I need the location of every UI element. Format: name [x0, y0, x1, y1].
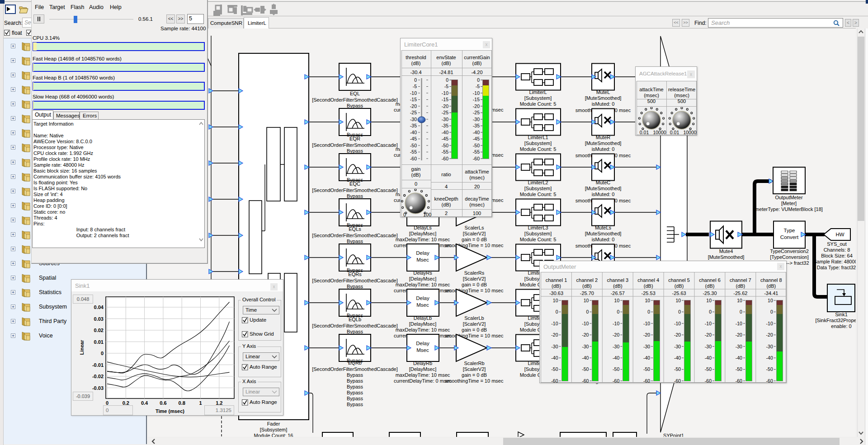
svg-text:0.4: 0.4	[141, 400, 148, 406]
svg-text:smoothingTime = 10 msec: smoothingTime = 10 msec	[445, 378, 504, 384]
svg-text:[SecondOrderFilterSmoothedCasc: [SecondOrderFilterSmoothedCascade]	[312, 366, 398, 372]
svg-text:[Subsystem]: [Subsystem]	[524, 95, 552, 101]
svg-text:-55: -55	[442, 149, 448, 155]
svg-text:Delay: Delay	[416, 341, 429, 346]
svg-text:Mute4: Mute4	[719, 248, 733, 254]
svg-text:0: 0	[477, 77, 480, 83]
svg-text:(dB): (dB)	[705, 283, 715, 289]
svg-text:-25: -25	[410, 110, 417, 115]
svg-text:channel 2: channel 2	[576, 277, 598, 283]
svg-text:[DelayMsec]: [DelayMsec]	[409, 366, 437, 372]
svg-text:[TypeConversion]: [TypeConversion]	[770, 254, 809, 260]
svg-text:-45: -45	[442, 136, 448, 141]
svg-text:[ScalerV2]: [ScalerV2]	[463, 321, 486, 327]
svg-text:gain = 0 dB: gain = 0 dB	[462, 282, 487, 287]
svg-text:-50: -50	[766, 366, 773, 372]
svg-text:maxDelayTime: 10 msec: maxDelayTime: 10 msec	[396, 282, 450, 287]
svg-text:EQR: EQR	[349, 136, 360, 141]
svg-text:Bypass: Bypass	[347, 284, 363, 289]
svg-text:TypeConversion2: TypeConversion2	[770, 248, 809, 254]
svg-text:-60: -60	[551, 378, 558, 384]
svg-text:channel 1: channel 1	[546, 277, 567, 283]
svg-text:EQRb: EQRb	[348, 360, 362, 365]
svg-text:Bypass: Bypass	[347, 239, 363, 244]
svg-text:maxDelayTime: 10 msec: maxDelayTime: 10 msec	[396, 327, 450, 333]
svg-text:gain = 0 dB: gain = 0 dB	[462, 237, 487, 242]
svg-text:0: 0	[446, 77, 448, 83]
svg-text:(dB): (dB)	[736, 283, 745, 289]
svg-text:-40: -40	[473, 130, 480, 135]
svg-text:channel 4: channel 4	[637, 277, 659, 283]
svg-text:Delay: Delay	[416, 295, 429, 301]
svg-text:Msec: Msec	[416, 257, 429, 262]
svg-text:0: 0	[740, 309, 742, 314]
svg-text:-50: -50	[736, 366, 742, 372]
svg-text:EQL: EQL	[350, 91, 360, 96]
svg-text:-60: -60	[473, 156, 480, 161]
svg-text:[ScalerV2]: [ScalerV2]	[463, 366, 486, 372]
svg-text:-60: -60	[582, 378, 589, 384]
svg-text:Module Count: 5: Module Count: 5	[520, 101, 557, 107]
svg-text:-30.63: -30.63	[549, 290, 563, 296]
svg-text:-20: -20	[766, 332, 773, 337]
svg-text:Fader: Fader	[267, 421, 280, 426]
svg-text:-40: -40	[736, 355, 742, 361]
svg-text:[MuteSmoothed]: [MuteSmoothed]	[585, 186, 622, 191]
svg-text:smoothingTime = 10 msec: smoothingTime = 10 msec	[445, 288, 504, 293]
svg-text:-30: -30	[551, 344, 558, 349]
svg-text:-5: -5	[413, 84, 417, 89]
svg-text:[DelayMsec]: [DelayMsec]	[409, 231, 437, 236]
svg-text:0: 0	[586, 309, 589, 314]
svg-text:Delay: Delay	[416, 250, 429, 256]
svg-text:ScalerLb: ScalerLb	[464, 315, 484, 321]
svg-text:-40: -40	[643, 355, 650, 361]
svg-text:-35: -35	[410, 123, 417, 128]
svg-text:[Meter]: [Meter]	[781, 201, 797, 206]
svg-text:Sample Rate: 48000: Sample Rate: 48000	[814, 259, 856, 264]
svg-text:Msec: Msec	[416, 347, 429, 353]
svg-text:-30: -30	[643, 344, 650, 349]
svg-text:(dB): (dB)	[675, 283, 684, 289]
svg-text:-25.62: -25.62	[733, 290, 747, 296]
svg-text:10: 10	[675, 298, 681, 303]
svg-text:EQLs: EQLs	[349, 226, 361, 232]
svg-text:OutputMeter: OutputMeter	[775, 195, 802, 200]
svg-text:-30: -30	[766, 344, 773, 349]
svg-text:Module Count: 5: Module Count: 5	[520, 146, 557, 152]
svg-text:-20: -20	[736, 332, 742, 337]
svg-text:-60: -60	[766, 378, 773, 384]
svg-text:[ScalerV2]: [ScalerV2]	[463, 231, 486, 236]
svg-text:0.2: 0.2	[123, 400, 129, 406]
svg-text:Module Count: 16: Module Count: 16	[254, 433, 293, 437]
svg-text:0: 0	[101, 351, 104, 356]
svg-text:-5: -5	[444, 84, 448, 89]
svg-text:-30: -30	[410, 117, 417, 122]
svg-text:-50: -50	[674, 366, 681, 372]
svg-text:-30: -30	[442, 117, 448, 122]
svg-text:-34.41: -34.41	[764, 290, 778, 296]
svg-text:0.01: 0.01	[94, 339, 104, 345]
svg-text:-25: -25	[473, 110, 480, 115]
svg-text:[Subsystem]: [Subsystem]	[524, 231, 552, 236]
svg-text:meterType: VUMeterBlock [18]: meterType: VUMeterBlock [18]	[755, 206, 823, 212]
svg-text:-40: -40	[582, 355, 589, 361]
svg-text:(dB): (dB)	[644, 283, 653, 289]
svg-text:-60: -60	[674, 378, 681, 384]
svg-text:-40: -40	[766, 355, 773, 361]
svg-text:-50: -50	[551, 366, 558, 372]
svg-text:Type: Type	[784, 228, 795, 233]
svg-text:Block Size: 64: Block Size: 64	[821, 253, 853, 258]
svg-text:Bypass: Bypass	[347, 402, 363, 407]
svg-text:gain = 0 dB: gain = 0 dB	[462, 372, 487, 378]
svg-text:0: 0	[647, 309, 650, 314]
svg-text:-30: -30	[582, 344, 589, 349]
svg-text:-40: -40	[674, 355, 681, 361]
svg-text:-10: -10	[410, 90, 417, 96]
svg-text:0: 0	[709, 309, 712, 314]
svg-text:-50: -50	[410, 143, 417, 148]
svg-text:0.6: 0.6	[160, 400, 166, 406]
svg-text:-20: -20	[613, 332, 619, 337]
svg-text:-20: -20	[473, 103, 480, 109]
svg-text:-60: -60	[705, 378, 712, 384]
svg-text:-15: -15	[442, 97, 448, 102]
